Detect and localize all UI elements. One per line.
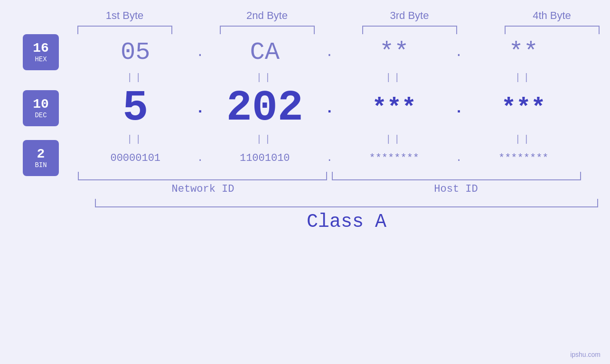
byte1-label: 1st Byte — [66, 9, 184, 22]
hex-badge: 16 HEX — [23, 34, 59, 70]
sep1-spacer — [23, 70, 59, 84]
dec-dot2: . — [322, 100, 337, 117]
bracket-top-1 — [77, 26, 172, 34]
sep2-full-row: || || || || — [78, 134, 581, 145]
dec-b3: *** — [337, 94, 452, 122]
dec-badge-area: 10 DEC — [23, 84, 59, 132]
bin-b4: ******** — [466, 152, 582, 164]
bracket-top-4 — [505, 26, 600, 34]
dec-full-row: 5 . 202 . *** . *** — [78, 84, 581, 132]
hex-dot3: . — [452, 45, 466, 60]
sep-row-1: || || || || — [78, 70, 601, 84]
top-brackets — [54, 26, 610, 34]
bin-badge-area: 2 BIN — [23, 146, 59, 170]
dec-b1: 5 — [78, 84, 193, 132]
byte4-label: 4th Byte — [493, 9, 610, 22]
bracket-network — [78, 172, 327, 180]
bin-dot3: . — [452, 152, 466, 164]
hex-full-row: 05 . CA . ** . ** — [78, 38, 581, 66]
dec-dot3: . — [452, 100, 466, 117]
id-labels-row: Network ID Host ID — [78, 183, 601, 195]
badges-column: 16 HEX 10 DEC 2 BIN — [23, 34, 59, 170]
byte-headers: 1st Byte 2nd Byte 3rd Byte 4th Byte — [54, 9, 610, 22]
hex-data-row: 05 . CA . ** . ** — [78, 34, 601, 70]
data-rows: 05 . CA . ** . ** — [78, 34, 601, 195]
dec-dot1: . — [193, 100, 207, 117]
bin-b2: 11001010 — [207, 152, 323, 164]
hex-b2: CA — [207, 38, 323, 66]
bracket-top-2 — [220, 26, 315, 34]
hex-b4: ** — [466, 38, 582, 66]
hex-b1: 05 — [78, 38, 193, 66]
dec-b2: 202 — [207, 84, 323, 132]
hex-badge-area: 16 HEX — [23, 34, 59, 70]
bracket-top-3 — [362, 26, 457, 34]
main-container: 1st Byte 2nd Byte 3rd Byte 4th Byte 16 H… — [0, 0, 610, 364]
hex-dot2: . — [322, 45, 337, 60]
sep1-full-row: || || || || — [78, 72, 581, 83]
hex-b3: ** — [337, 38, 452, 66]
byte2-label: 2nd Byte — [208, 9, 327, 22]
full-bracket-bottom — [95, 199, 598, 207]
byte3-label: 3rd Byte — [350, 9, 469, 22]
bin-b1: 00000101 — [78, 152, 193, 164]
network-id-label: Network ID — [171, 183, 234, 195]
bin-b3: ******** — [337, 152, 452, 164]
watermark: ipshu.com — [570, 351, 601, 358]
bin-dot2: . — [322, 152, 337, 164]
host-id-label: Host ID — [434, 183, 478, 195]
dec-b4: *** — [466, 94, 582, 122]
bin-full-row: 00000101 . 11001010 . ******** . *******… — [78, 152, 581, 164]
hex-dot1: . — [193, 45, 207, 60]
main-area: 16 HEX 10 DEC 2 BIN — [0, 34, 610, 195]
bracket-host — [332, 172, 581, 180]
class-label: Class A — [95, 211, 598, 233]
dec-badge: 10 DEC — [23, 90, 59, 126]
bin-dot1: . — [193, 152, 207, 164]
bin-data-row: 00000101 . 11001010 . ******** . *******… — [78, 146, 601, 170]
bin-badge: 2 BIN — [23, 140, 59, 176]
bottom-brackets-row — [78, 172, 601, 181]
sep-row-2: || || || || — [78, 132, 601, 146]
bottom-section: Class A — [95, 199, 598, 233]
dec-data-row: 5 . 202 . *** . *** — [78, 84, 601, 132]
